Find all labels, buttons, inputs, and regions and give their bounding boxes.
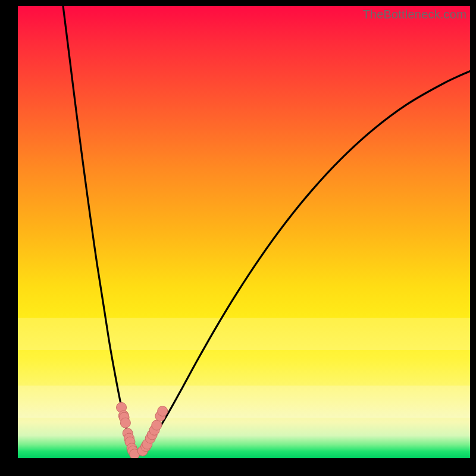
chart-svg — [18, 6, 470, 458]
curve-right-branch — [136, 71, 470, 456]
marker-right — [152, 420, 162, 430]
marker-right — [158, 406, 168, 416]
marker-left — [120, 418, 130, 428]
outer-frame: TheBottleneck.com — [0, 0, 476, 476]
plot-area: TheBottleneck.com — [18, 6, 470, 458]
curve-left-branch — [63, 6, 136, 456]
